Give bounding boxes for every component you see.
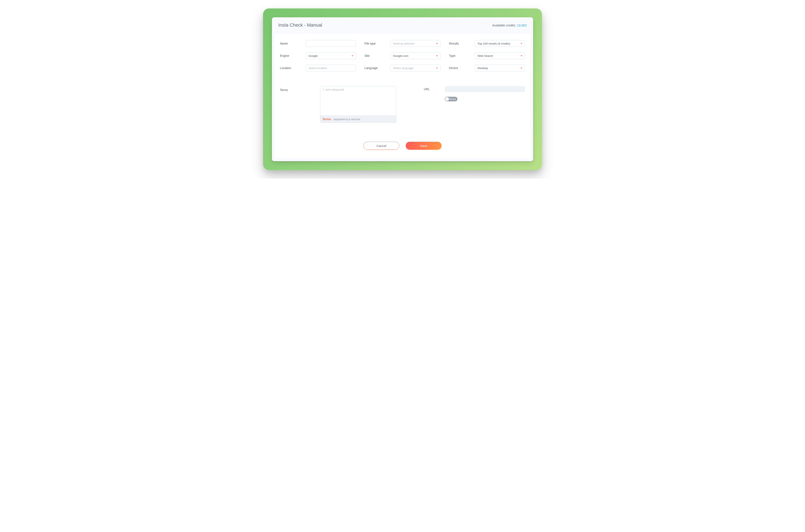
caret-down-icon [521, 43, 522, 44]
toggle-row: Broad [409, 97, 525, 101]
results-select[interactable]: Top 100 results (4 credits) [475, 40, 525, 47]
field-device: Device Desktop [449, 64, 525, 71]
field-filetype: File type Nothing selected [364, 40, 441, 47]
terms-footer-title: Terms [322, 117, 331, 121]
terms-footer-hint: separated by a new line [333, 118, 360, 121]
field-results: Results Top 100 results (4 credits) [449, 40, 525, 47]
location-placeholder: Select location [308, 66, 327, 70]
url-input[interactable] [445, 86, 525, 92]
broad-toggle[interactable]: Broad [445, 97, 457, 101]
field-url: URL [409, 86, 525, 92]
terms-textarea[interactable]: term (keyword) [325, 87, 396, 115]
header: Insta Check - Manual Available credits: … [272, 17, 533, 32]
terms-footer: Terms separated by a new line [320, 115, 396, 122]
site-label: Site [364, 54, 390, 57]
results-label: Results [449, 42, 475, 45]
type-value: Web Search [478, 54, 493, 57]
field-engine: Engine Google [280, 52, 356, 59]
terms-label: Terms [280, 86, 320, 92]
type-select[interactable]: Web Search [475, 52, 525, 59]
site-value: Google.com [393, 54, 408, 57]
field-location: Location Select location [280, 64, 356, 71]
caret-down-icon [521, 68, 522, 69]
device-select[interactable]: Desktop [475, 64, 525, 71]
inner-panel: Insta Check - Manual Available credits: … [272, 17, 533, 161]
device-label: Device [449, 66, 475, 70]
type-label: Type [449, 54, 475, 57]
name-label: Name [280, 42, 306, 45]
location-input[interactable]: Select location [306, 64, 356, 71]
filetype-select[interactable]: Nothing selected [390, 40, 441, 47]
field-name: Name [280, 40, 356, 47]
credits-value: 19,992 [517, 23, 527, 27]
caret-down-icon [436, 43, 438, 44]
field-terms: Terms 1 term (keyword) Terms separated b… [280, 86, 396, 123]
terms-body[interactable]: 1 term (keyword) [320, 87, 396, 115]
engine-label: Engine [280, 54, 306, 57]
form-card: Name File type Nothing selected Results … [275, 34, 530, 158]
caret-down-icon [352, 55, 353, 56]
credits-label: Available credits: [492, 23, 517, 27]
field-language: Language Select language [364, 64, 441, 71]
location-label: Location [280, 66, 306, 70]
caret-down-icon [436, 68, 438, 69]
device-value: Desktop [478, 66, 488, 70]
field-type: Type Web Search [449, 52, 525, 59]
language-label: Language [364, 66, 390, 70]
url-label: URL [409, 88, 445, 91]
second-section: Terms 1 term (keyword) Terms separated b… [280, 86, 525, 123]
name-input[interactable] [306, 40, 356, 47]
url-column: URL Broad [409, 86, 525, 123]
language-select[interactable]: Select language [390, 64, 441, 71]
caret-down-icon [521, 55, 522, 56]
available-credits: Available credits: 19,992 [492, 23, 527, 27]
engine-select[interactable]: Google [306, 52, 356, 59]
site-select[interactable]: Google.com [390, 52, 441, 59]
toggle-knob-icon [445, 97, 449, 101]
save-button[interactable]: Save [406, 142, 442, 150]
filetype-label: File type [364, 42, 390, 45]
caret-down-icon [436, 55, 438, 56]
toggle-label: Broad [450, 98, 456, 100]
outer-card: Insta Check - Manual Available credits: … [263, 8, 542, 170]
terms-line-number: 1 [320, 87, 325, 115]
terms-editor: 1 term (keyword) Terms separated by a ne… [320, 86, 396, 123]
page-title: Insta Check - Manual [278, 22, 322, 28]
form-grid: Name File type Nothing selected Results … [280, 40, 525, 71]
engine-value: Google [308, 54, 318, 57]
footer-actions: Cancel Save [280, 142, 525, 150]
field-site: Site Google.com [364, 52, 441, 59]
filetype-value: Nothing selected [393, 42, 414, 45]
language-placeholder: Select language [393, 66, 413, 70]
cancel-button[interactable]: Cancel [363, 142, 399, 150]
results-value: Top 100 results (4 credits) [478, 42, 510, 45]
